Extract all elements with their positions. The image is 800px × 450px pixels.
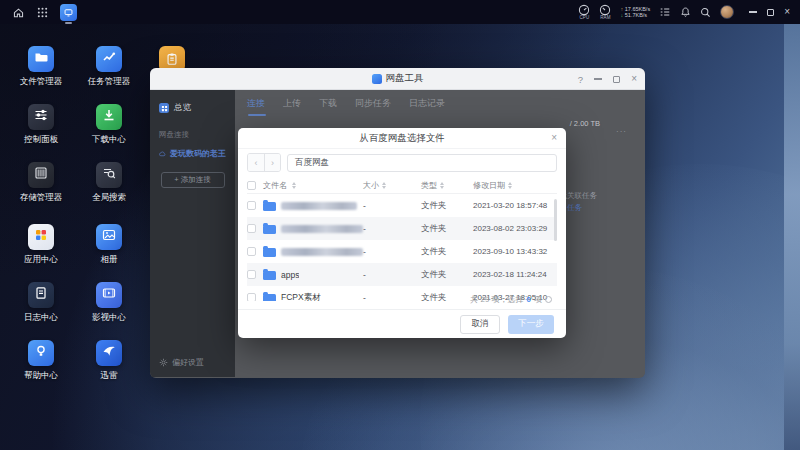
window-titlebar[interactable]: 网盘工具 ? × [150,68,645,90]
selected-count: 0 [527,295,531,304]
column-filename[interactable]: 文件名 [263,180,363,191]
ram-gauge-icon[interactable]: RAM [599,4,611,21]
desktop-icon-control-panel[interactable]: 控制面板 [3,104,79,146]
user-avatar[interactable] [720,5,734,19]
desktop-icon-storage-manager[interactable]: 存储管理器 [3,162,79,204]
tab-下载[interactable]: 下载 [319,97,337,116]
row-checkbox[interactable] [247,247,256,256]
file-row[interactable]: - 文件夹 2023-08-02 23:03:29 [247,217,557,240]
settings-label: 偏好设置 [172,357,204,368]
file-manager-icon [33,49,49,69]
cpu-gauge-label: CPU [579,16,589,21]
window-help-button[interactable]: ? [578,74,583,85]
selection-summary: 共 29 项，选择0项 [470,294,552,305]
more-menu-icon[interactable]: ··· [616,127,627,136]
tab-上传[interactable]: 上传 [283,97,301,116]
desktop-app-label: 影视中心 [92,312,126,324]
file-size: - [363,293,421,302]
tab-日志记录[interactable]: 日志记录 [409,97,445,116]
desktop-icon-log-center[interactable]: 日志中心 [3,282,79,324]
column-modified-date[interactable]: 修改日期 [473,180,557,191]
photos-icon [101,227,117,247]
window-maximize-button[interactable] [613,76,620,83]
desktop-icon-download-center[interactable]: 下载中心 [71,104,147,146]
desktop-app-label: 帮助中心 [24,370,58,382]
desktop-icon-xunlei[interactable]: 迅雷 [71,340,147,382]
redacted-file-name [281,202,357,210]
taskbar: CPU RAM ↑ 17.65KB/s ↓ 51.7KB/s [0,0,800,24]
sort-icon[interactable] [292,182,296,189]
folder-icon [263,202,276,211]
window-close-button[interactable]: × [631,74,637,84]
select-files-dialog: 从百度网盘选择文件 × ‹ › 百度网盘 文件名 大小 类型 [238,128,566,338]
cancel-button[interactable]: 取消 [460,315,500,334]
tab-连接[interactable]: 连接 [247,97,265,116]
sort-icon[interactable] [508,182,512,189]
desktop-app-label: 相册 [101,254,118,266]
desktop-icon-help-center[interactable]: 帮助中心 [3,340,79,382]
sidebar-account-item[interactable]: 爱玩数码的老王 [150,144,235,163]
file-table: 文件名 大小 类型 修改日期 - 文件夹 2021-03-20 18:57:48 [247,177,557,301]
table-scrollbar[interactable] [554,199,557,241]
desktop-icon-video-center[interactable]: 影视中心 [71,282,147,324]
folder-icon [263,248,276,257]
desktop-minimize-icon[interactable] [749,11,757,13]
running-netdisk-app-icon[interactable] [60,4,77,21]
desktop-icon-file-manager[interactable]: 文件管理器 [3,46,79,88]
global-search-icon [101,165,117,185]
desktop-icon-task-manager[interactable]: 任务管理器 [71,46,147,88]
add-connection-button[interactable]: + 添加连接 [161,172,225,188]
column-size[interactable]: 大小 [363,180,421,191]
sidebar-item-overview[interactable]: 总览 [150,98,235,118]
nav-forward-button[interactable]: › [264,154,280,171]
desktop-app-label: 控制面板 [24,134,58,146]
video-center-icon [101,285,117,305]
task-list-icon[interactable] [659,6,671,18]
desktop-icon-app-center[interactable]: 应用中心 [3,224,79,266]
task-manager-icon [101,49,117,69]
nav-back-button[interactable]: ‹ [248,154,264,171]
folder-icon [263,294,276,301]
sort-icon[interactable] [440,182,444,189]
desktop-app-label: 日志中心 [24,312,58,324]
sort-icon[interactable] [382,182,386,189]
network-speed[interactable]: ↑ 17.65KB/s ↓ 51.7KB/s [620,6,650,19]
sidebar-settings[interactable]: 偏好设置 [159,357,204,368]
dialog-close-icon[interactable]: × [551,132,557,143]
desktop-icon-photos[interactable]: 相册 [71,224,147,266]
search-icon[interactable] [700,7,711,18]
row-checkbox[interactable] [247,293,256,301]
desktop-icon-global-search[interactable]: 全局搜索 [71,162,147,204]
file-type: 文件夹 [421,292,473,302]
desktop-close-icon[interactable]: × [784,7,790,17]
dialog-title: 从百度网盘选择文件 [359,132,445,145]
apps-grid-icon[interactable] [37,7,48,18]
select-all-checkbox[interactable] [247,181,256,190]
row-checkbox[interactable] [247,270,256,279]
app-center-icon [33,227,49,247]
desktop-maximize-icon[interactable] [767,9,774,16]
path-breadcrumb-input[interactable]: 百度网盘 [287,154,557,172]
file-row[interactable]: - 文件夹 2023-09-10 13:43:32 [247,240,557,263]
refresh-icon[interactable] [545,296,552,303]
file-date: 2023-02-18 11:24:24 [473,270,557,279]
folder-icon [263,225,276,234]
file-name: FCPX素材 [281,292,321,302]
help-center-icon [33,343,49,363]
ram-gauge-label: RAM [600,16,611,21]
notification-bell-icon[interactable] [680,6,691,18]
file-row[interactable]: apps - 文件夹 2023-02-18 11:24:24 [247,263,557,286]
home-icon[interactable] [12,6,25,19]
xunlei-icon [101,343,117,363]
cpu-gauge-icon[interactable]: CPU [578,4,590,21]
column-type[interactable]: 类型 [421,180,473,191]
window-sidebar: 总览 网盘连接 爱玩数码的老王 + 添加连接 偏好设置 [150,90,235,377]
folder-icon [263,271,276,280]
next-step-button[interactable]: 下一步 [508,315,554,334]
file-row[interactable]: - 文件夹 2021-03-20 18:57:48 [247,194,557,217]
file-date: 2021-03-20 18:57:48 [473,201,557,210]
tab-同步任务[interactable]: 同步任务 [355,97,391,116]
row-checkbox[interactable] [247,224,256,233]
row-checkbox[interactable] [247,201,256,210]
window-minimize-button[interactable] [594,78,602,79]
